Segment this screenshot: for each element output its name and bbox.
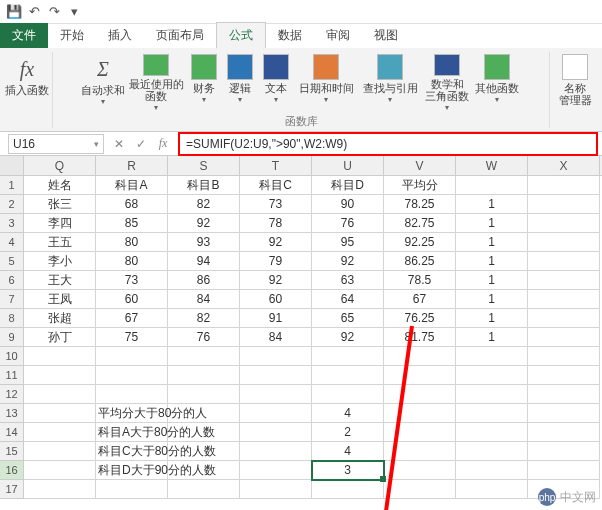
cell[interactable]: 孙丁 [24, 328, 96, 347]
cell[interactable] [168, 423, 240, 442]
cell[interactable]: 84 [240, 328, 312, 347]
row-header[interactable]: 9 [0, 328, 24, 347]
cell[interactable]: 1 [456, 252, 528, 271]
row-header[interactable]: 7 [0, 290, 24, 309]
cell[interactable]: 王五 [24, 233, 96, 252]
cell[interactable]: 4 [312, 442, 384, 461]
undo-icon[interactable]: ↶ [24, 2, 44, 22]
cell[interactable]: 张三 [24, 195, 96, 214]
cell[interactable]: 科目A大于80分的人数 [96, 423, 168, 442]
cell[interactable]: 科目D [312, 176, 384, 195]
cell[interactable]: 92.25 [384, 233, 456, 252]
cell[interactable]: 82 [168, 309, 240, 328]
cell[interactable]: 95 [312, 233, 384, 252]
cell[interactable] [312, 480, 384, 499]
row-header[interactable]: 1 [0, 176, 24, 195]
cell[interactable]: 73 [240, 195, 312, 214]
cell[interactable] [456, 423, 528, 442]
row-header[interactable]: 17 [0, 480, 24, 499]
cell[interactable] [528, 176, 600, 195]
cell[interactable] [24, 423, 96, 442]
cell[interactable]: 80 [96, 233, 168, 252]
cell[interactable] [240, 461, 312, 480]
cell[interactable]: 91 [240, 309, 312, 328]
cell[interactable]: 李小 [24, 252, 96, 271]
cell[interactable]: 2 [312, 423, 384, 442]
row-header[interactable]: 14 [0, 423, 24, 442]
cell[interactable]: 78.25 [384, 195, 456, 214]
cell[interactable]: 平均分大于80分的人 [96, 404, 168, 423]
cell[interactable] [528, 461, 600, 480]
cell[interactable] [240, 385, 312, 404]
cell[interactable]: 李四 [24, 214, 96, 233]
cell[interactable] [312, 385, 384, 404]
cell[interactable] [384, 366, 456, 385]
cancel-formula-button[interactable]: ✕ [108, 137, 130, 151]
column-header[interactable]: S [168, 156, 240, 175]
cell[interactable] [24, 442, 96, 461]
cell[interactable] [96, 366, 168, 385]
cell[interactable]: 76.25 [384, 309, 456, 328]
name-manager-button[interactable]: 名称 管理器 [552, 52, 598, 112]
text-button[interactable]: 文本 ▾ [258, 52, 294, 112]
cell[interactable]: 1 [456, 290, 528, 309]
cell[interactable] [528, 404, 600, 423]
cell[interactable] [240, 442, 312, 461]
cell[interactable]: 科目A [96, 176, 168, 195]
row-header[interactable]: 3 [0, 214, 24, 233]
cell[interactable]: 82 [168, 195, 240, 214]
more-functions-button[interactable]: 其他函数 ▾ [472, 52, 522, 112]
cell[interactable] [528, 252, 600, 271]
cell[interactable]: 1 [456, 214, 528, 233]
row-header[interactable]: 8 [0, 309, 24, 328]
cell[interactable]: 平均分 [384, 176, 456, 195]
cell[interactable] [528, 328, 600, 347]
cell[interactable]: 1 [456, 328, 528, 347]
tab-home[interactable]: 开始 [48, 23, 96, 48]
cell[interactable] [24, 404, 96, 423]
row-header[interactable]: 10 [0, 347, 24, 366]
tab-layout[interactable]: 页面布局 [144, 23, 216, 48]
cell[interactable] [168, 404, 240, 423]
cell[interactable] [456, 366, 528, 385]
logical-button[interactable]: 逻辑 ▾ [222, 52, 258, 112]
cell[interactable] [24, 366, 96, 385]
cell[interactable] [528, 309, 600, 328]
cell[interactable] [384, 385, 456, 404]
tab-file[interactable]: 文件 [0, 23, 48, 48]
cell[interactable]: 94 [168, 252, 240, 271]
cell[interactable]: 86 [168, 271, 240, 290]
column-header[interactable]: V [384, 156, 456, 175]
cell[interactable]: 姓名 [24, 176, 96, 195]
name-box[interactable]: U16 ▾ [8, 134, 104, 154]
cell[interactable]: 73 [96, 271, 168, 290]
select-all-corner[interactable] [0, 156, 24, 175]
cell[interactable] [384, 404, 456, 423]
tab-review[interactable]: 审阅 [314, 23, 362, 48]
cell[interactable]: 80 [96, 252, 168, 271]
cell[interactable] [528, 423, 600, 442]
cell[interactable]: 科目C大于80分的人数 [96, 442, 168, 461]
cell[interactable] [312, 366, 384, 385]
cell[interactable] [528, 214, 600, 233]
redo-icon[interactable]: ↷ [44, 2, 64, 22]
cell[interactable]: 64 [312, 290, 384, 309]
column-header[interactable]: X [528, 156, 600, 175]
cell[interactable] [168, 480, 240, 499]
cell[interactable] [528, 290, 600, 309]
cell[interactable] [456, 442, 528, 461]
cell[interactable]: 60 [240, 290, 312, 309]
cell[interactable] [528, 442, 600, 461]
cell[interactable]: 85 [96, 214, 168, 233]
tab-data[interactable]: 数据 [266, 23, 314, 48]
row-header[interactable]: 2 [0, 195, 24, 214]
cell[interactable] [24, 347, 96, 366]
cell[interactable]: 79 [240, 252, 312, 271]
math-trig-button[interactable]: 数学和 三角函数 ▾ [422, 52, 472, 112]
cell[interactable] [24, 461, 96, 480]
cell[interactable]: 92 [240, 271, 312, 290]
cell[interactable] [384, 480, 456, 499]
cell[interactable]: 76 [168, 328, 240, 347]
cell[interactable] [528, 347, 600, 366]
qat-more-icon[interactable]: ▾ [64, 2, 84, 22]
